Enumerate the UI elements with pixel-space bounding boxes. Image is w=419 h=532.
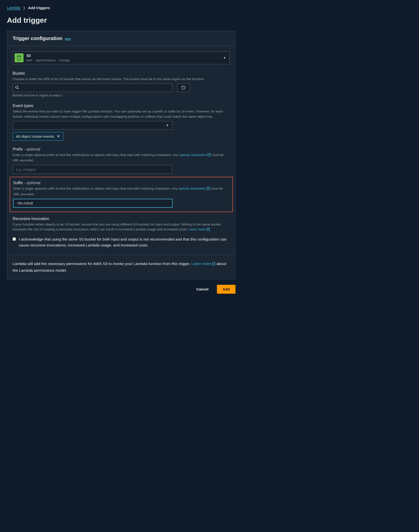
external-link-icon <box>207 187 210 192</box>
special-characters-link[interactable]: special characters <box>179 187 210 190</box>
suffix-input[interactable] <box>13 199 173 208</box>
chip-remove-icon[interactable]: ✕ <box>57 134 60 139</box>
event-types-field: Event types Select the events that you w… <box>13 104 230 141</box>
svg-point-0 <box>16 86 18 88</box>
learn-more-link[interactable]: Learn more <box>188 227 210 231</box>
search-icon <box>15 86 19 90</box>
prefix-desc: Enter a single optional prefix to limit … <box>13 153 230 163</box>
page-title: Add trigger <box>7 16 235 24</box>
suffix-highlight: Suffix - optional Enter a single optiona… <box>10 177 233 212</box>
external-link-icon <box>207 227 210 232</box>
source-title: S3 <box>26 54 220 58</box>
event-types-label: Event types <box>13 104 230 108</box>
info-link[interactable]: Info <box>65 37 71 41</box>
event-types-select[interactable]: ▼ <box>13 121 172 130</box>
prefix-input[interactable] <box>13 165 172 174</box>
trigger-config-panel: Trigger configuration Info S3 awsasynchr… <box>7 31 235 279</box>
recursive-label: Recursive invocation <box>13 217 230 221</box>
recursive-field: Recursive invocation If your function wr… <box>13 217 230 248</box>
bucket-desc: Choose or enter the ARN of an S3 bucket … <box>13 77 230 82</box>
bucket-label: Bucket <box>13 71 230 76</box>
add-button[interactable]: Add <box>217 285 235 294</box>
special-characters-link[interactable]: special characters <box>180 153 211 157</box>
permissions-note: Lambda will add the necessary permission… <box>13 261 230 274</box>
bucket-hint: Bucket must be in region us-east-1 <box>13 93 230 97</box>
external-link-icon <box>207 153 211 158</box>
event-type-chip: All object create events ✕ <box>13 132 63 141</box>
trigger-source-select[interactable]: S3 awsasynchronousstorage ▼ <box>13 51 230 64</box>
cancel-button[interactable]: Cancel <box>191 285 214 294</box>
breadcrumb: Lambda ❯ Add triggers <box>7 5 235 10</box>
prefix-field: Prefix - optional Enter a single optiona… <box>13 147 230 174</box>
acknowledge-label[interactable]: I acknowledge that using the same S3 buc… <box>19 236 230 248</box>
chevron-right-icon: ❯ <box>23 6 25 10</box>
suffix-field: Suffix - optional Enter a single optiona… <box>13 181 229 208</box>
chip-label: All object create events <box>16 134 54 138</box>
footer-buttons: Cancel Add <box>7 285 235 294</box>
caret-down-icon: ▼ <box>223 56 226 60</box>
caret-down-icon: ▼ <box>166 124 169 127</box>
svg-line-1 <box>18 88 19 89</box>
suffix-label: Suffix - optional <box>13 181 229 185</box>
breadcrumb-root-link[interactable]: Lambda <box>7 5 20 10</box>
refresh-button[interactable] <box>177 84 190 92</box>
recursive-desc: If your function writes objects to an S3… <box>13 222 230 233</box>
separator <box>7 255 235 255</box>
external-link-icon <box>212 261 215 267</box>
prefix-label: Prefix - optional <box>13 147 230 152</box>
source-tags: awsasynchronousstorage <box>26 58 220 62</box>
learn-more-link[interactable]: Learn more <box>191 262 215 266</box>
acknowledge-checkbox[interactable] <box>13 237 16 241</box>
suffix-desc: Enter a single optional suffix to limit … <box>13 186 229 197</box>
bucket-field: Bucket Choose or enter the ARN of an S3 … <box>13 71 230 97</box>
bucket-search-input[interactable] <box>13 84 172 92</box>
s3-icon <box>15 53 23 62</box>
breadcrumb-current: Add triggers <box>28 6 50 10</box>
panel-title: Trigger configuration <box>13 36 62 41</box>
event-types-desc: Select the events that you want to have … <box>13 109 230 119</box>
